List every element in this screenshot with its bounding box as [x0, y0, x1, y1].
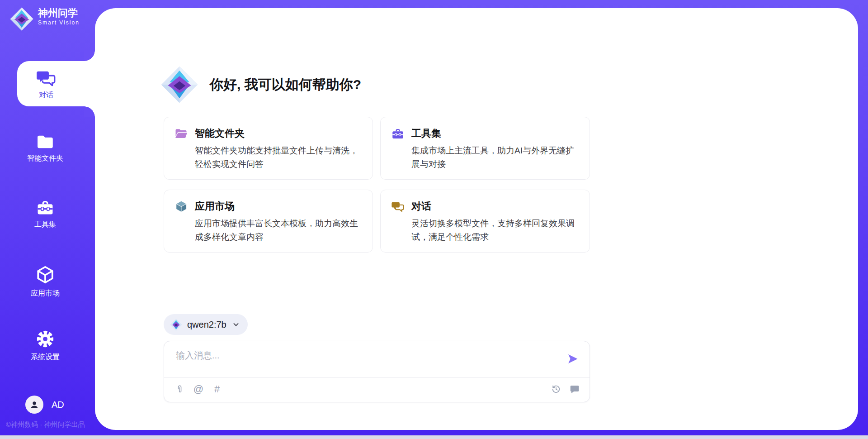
card-head: 工具集	[391, 127, 579, 140]
card-chat[interactable]: 对话 灵活切换多模型文件，支持多样回复效果调试，满足个性化需求	[380, 190, 590, 253]
sidebar-item-label: 应用市场	[31, 289, 60, 298]
card-head: 对话	[391, 200, 579, 213]
brand-subtitle: Smart Vision	[38, 19, 80, 26]
app-root: 神州问学 Smart Vision 对话 智能文件夹	[0, 0, 868, 439]
card-title: 对话	[411, 200, 431, 213]
user-name: AD	[52, 400, 64, 410]
sidebar-item-chat[interactable]: 对话	[17, 61, 95, 106]
card-description: 应用市场提供丰富长文本模板，助力高效生成多样化文章内容	[195, 217, 362, 244]
send-icon[interactable]	[566, 352, 580, 366]
sidebar-item-label: 系统设置	[31, 353, 60, 362]
composer-tools-left: @ #	[174, 383, 223, 395]
sidebar: 神州问学 Smart Vision 对话 智能文件夹	[0, 0, 95, 435]
history-icon[interactable]	[550, 383, 562, 395]
user-menu[interactable]: AD	[25, 396, 64, 414]
hash-icon[interactable]: #	[211, 383, 223, 395]
chat-bubbles-icon	[36, 67, 57, 88]
welcome-header: 你好, 我可以如何帮助你?	[161, 66, 361, 103]
card-description: 智能文件夹功能支持批量文件上传与清洗，轻松实现文件问答	[195, 144, 362, 171]
cube-icon	[35, 264, 55, 285]
brand-diamond-icon	[10, 7, 33, 31]
sidebar-item-label: 工具集	[34, 220, 56, 229]
composer-divider	[164, 377, 590, 378]
horizontal-scrollbar[interactable]	[0, 435, 868, 439]
feature-cards: 智能文件夹 智能文件夹功能支持批量文件上传与清洗，轻松实现文件问答 工具集 集成…	[164, 117, 590, 253]
brand-diamond-icon	[170, 319, 182, 331]
card-title: 工具集	[411, 127, 441, 140]
sidebar-item-label: 智能文件夹	[27, 154, 63, 163]
chat-bubbles-icon	[391, 200, 405, 213]
card-title: 智能文件夹	[195, 127, 245, 140]
folder-icon	[36, 133, 55, 150]
sidebar-item-settings[interactable]: 系统设置	[0, 329, 90, 362]
card-head: 智能文件夹	[175, 127, 362, 140]
brand-diamond-icon	[161, 66, 198, 103]
paperclip-icon[interactable]	[174, 383, 186, 395]
footer-copyright: ©神州数码 · 神州问学出品	[6, 420, 85, 429]
cube-icon	[175, 200, 188, 213]
composer-toolbar: @ #	[174, 383, 580, 395]
card-description: 灵活切换多模型文件，支持多样回复效果调试，满足个性化需求	[411, 217, 579, 244]
comment-icon[interactable]	[569, 383, 580, 395]
card-app-market[interactable]: 应用市场 应用市场提供丰富长文本模板，助力高效生成多样化文章内容	[164, 190, 373, 253]
avatar	[25, 396, 43, 414]
message-input[interactable]	[175, 348, 557, 374]
card-description: 集成市场上主流工具，助力AI与外界无缝扩展与对接	[411, 144, 579, 171]
sidebar-item-app-market[interactable]: 应用市场	[0, 264, 90, 298]
card-toolset[interactable]: 工具集 集成市场上主流工具，助力AI与外界无缝扩展与对接	[380, 117, 590, 180]
brand: 神州问学 Smart Vision	[10, 7, 80, 31]
card-smart-folder[interactable]: 智能文件夹 智能文件夹功能支持批量文件上传与清洗，轻松实现文件问答	[164, 117, 373, 180]
chevron-down-icon	[231, 320, 241, 329]
gear-icon	[35, 329, 55, 349]
sidebar-item-label: 对话	[39, 91, 53, 100]
greeting-title: 你好, 我可以如何帮助你?	[210, 76, 361, 94]
folder-open-icon	[175, 127, 188, 140]
brand-name: 神州问学	[38, 7, 80, 19]
card-head: 应用市场	[175, 200, 362, 213]
sidebar-item-toolset[interactable]: 工具集	[0, 198, 90, 229]
composer-tools-right	[550, 383, 580, 395]
model-name: qwen2:7b	[187, 320, 226, 330]
at-icon[interactable]: @	[193, 383, 204, 395]
toolbox-icon	[36, 198, 55, 216]
card-title: 应用市场	[195, 200, 235, 213]
sidebar-item-smart-folder[interactable]: 智能文件夹	[0, 133, 90, 163]
person-icon	[28, 399, 40, 410]
model-selector[interactable]: qwen2:7b	[164, 314, 248, 335]
message-composer: @ #	[164, 341, 590, 402]
toolbox-icon	[391, 127, 405, 140]
